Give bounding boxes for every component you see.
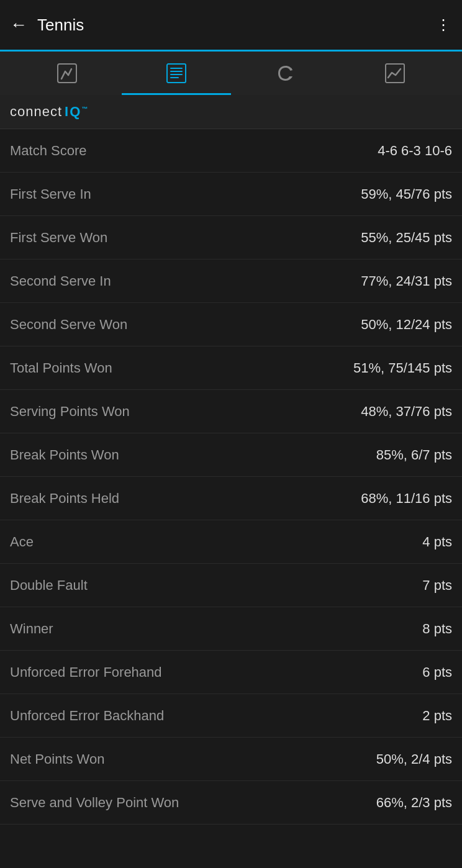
stat-row: Unforced Error Backhand2 pts [0, 694, 462, 738]
stat-row: Second Serve Won50%, 12/24 pts [0, 303, 462, 346]
svg-rect-4 [167, 64, 186, 83]
stat-value: 2 pts [422, 708, 452, 724]
connect-text: connect [10, 104, 62, 120]
stat-value: 51%, 75/145 pts [353, 360, 452, 376]
menu-button[interactable]: ⋮ [436, 16, 452, 34]
stat-row: First Serve Won55%, 25/45 pts [0, 216, 462, 260]
stat-label: Match Score [10, 143, 378, 159]
stat-label: Double Fault [10, 577, 422, 594]
tab-laps[interactable] [231, 52, 340, 95]
stat-label: Serve and Volley Point Won [10, 795, 376, 811]
svg-line-3 [68, 69, 71, 75]
stat-row: Total Points Won51%, 75/145 pts [0, 346, 462, 390]
stat-row: Net Points Won50%, 2/4 pts [0, 738, 462, 781]
stat-value: 4 pts [422, 534, 452, 550]
stat-label: Unforced Error Forehand [10, 664, 422, 680]
stat-label: Winner [10, 621, 422, 637]
stat-row: Match Score4-6 6-3 10-6 [0, 129, 462, 173]
connect-iq-logo: connect IQ™ [10, 104, 452, 120]
stat-label: Break Points Held [10, 491, 361, 507]
stat-label: First Serve In [10, 186, 361, 202]
tab-charts[interactable] [340, 52, 450, 95]
back-button[interactable]: ← [10, 16, 27, 34]
stats-icon [165, 62, 188, 84]
tab-stats[interactable] [122, 52, 231, 95]
svg-line-1 [61, 71, 65, 79]
stats-container: Match Score4-6 6-3 10-6First Serve In59%… [0, 129, 462, 825]
stat-value: 7 pts [422, 577, 452, 594]
stat-label: Serving Points Won [10, 404, 361, 420]
stat-row: Break Points Won85%, 6/7 pts [0, 433, 462, 477]
stat-label: Break Points Won [10, 447, 376, 463]
stat-value: 48%, 37/76 pts [361, 404, 452, 420]
activity-icon [56, 62, 78, 84]
tab-bar [0, 52, 462, 95]
stat-row: Ace4 pts [0, 520, 462, 564]
stat-value: 66%, 2/3 pts [376, 795, 452, 811]
stat-label: Total Points Won [10, 360, 353, 376]
stat-value: 55%, 25/45 pts [361, 230, 452, 246]
connect-iq-bar: connect IQ™ [0, 95, 462, 129]
stat-label: Second Serve Won [10, 317, 361, 333]
stat-value: 59%, 45/76 pts [361, 186, 452, 202]
charts-icon [384, 62, 406, 84]
app-header: ← Tennis ⋮ [0, 0, 462, 50]
stat-value: 77%, 24/31 pts [361, 273, 452, 289]
stat-row: Serving Points Won48%, 37/76 pts [0, 390, 462, 433]
stat-value: 4-6 6-3 10-6 [378, 143, 452, 159]
stat-row: Double Fault7 pts [0, 564, 462, 607]
stat-row: Serve and Volley Point Won66%, 2/3 pts [0, 781, 462, 825]
svg-rect-9 [386, 64, 404, 83]
stat-row: Break Points Held68%, 11/16 pts [0, 477, 462, 520]
iq-text: IQ™ [65, 104, 89, 120]
stat-row: First Serve In59%, 45/76 pts [0, 173, 462, 216]
stat-label: Second Serve In [10, 273, 361, 289]
stat-label: Ace [10, 534, 422, 550]
laps-icon [274, 62, 297, 84]
stat-label: Net Points Won [10, 751, 376, 767]
stat-value: 8 pts [422, 621, 452, 637]
stat-label: First Serve Won [10, 230, 361, 246]
stat-value: 50%, 2/4 pts [376, 751, 452, 767]
tab-activity[interactable] [12, 52, 122, 95]
page-title: Tennis [37, 16, 436, 35]
stat-row: Winner8 pts [0, 607, 462, 651]
stat-value: 85%, 6/7 pts [376, 447, 452, 463]
stat-value: 6 pts [422, 664, 452, 680]
stat-row: Unforced Error Forehand6 pts [0, 651, 462, 694]
stat-value: 68%, 11/16 pts [361, 491, 452, 507]
stat-label: Unforced Error Backhand [10, 708, 422, 724]
stat-row: Second Serve In77%, 24/31 pts [0, 260, 462, 303]
stat-value: 50%, 12/24 pts [361, 317, 452, 333]
